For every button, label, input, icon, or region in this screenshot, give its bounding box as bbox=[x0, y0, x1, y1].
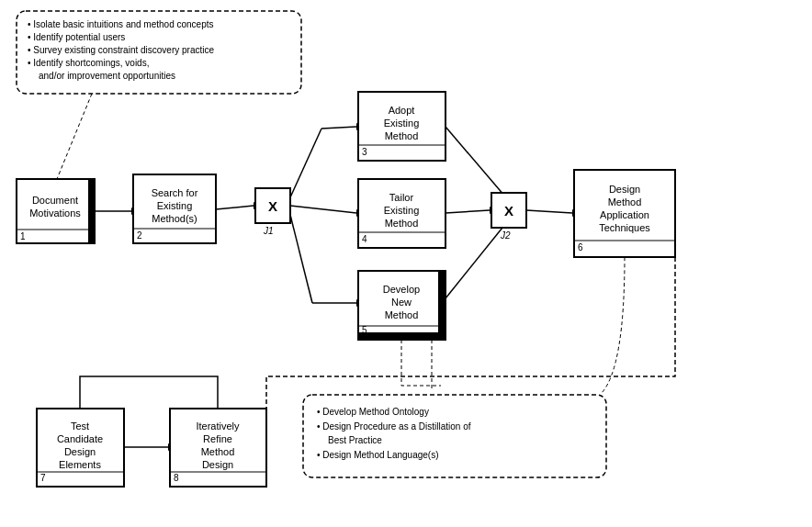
svg-text:Search for: Search for bbox=[152, 187, 198, 198]
svg-text:and/or improvement opportuniti: and/or improvement opportunities bbox=[39, 71, 175, 81]
svg-line-9 bbox=[216, 206, 254, 209]
svg-text:8: 8 bbox=[174, 473, 179, 483]
svg-rect-59 bbox=[358, 332, 445, 340]
process-diagram: • Isolate basic intuitions and method co… bbox=[0, 0, 812, 527]
svg-rect-58 bbox=[438, 271, 445, 340]
svg-text:New: New bbox=[391, 297, 412, 308]
svg-text:Techniques: Techniques bbox=[599, 222, 650, 233]
svg-text:Method: Method bbox=[385, 218, 419, 229]
svg-text:• Identify shortcomings, voids: • Identify shortcomings, voids, bbox=[28, 58, 149, 68]
svg-text:Develop: Develop bbox=[383, 284, 420, 295]
svg-text:X: X bbox=[504, 203, 513, 219]
svg-text:Iteratively: Iteratively bbox=[196, 420, 240, 432]
svg-text:Candidate: Candidate bbox=[57, 433, 103, 444]
svg-text:• Isolate basic intuitions and: • Isolate basic intuitions and method co… bbox=[28, 19, 214, 29]
svg-text:Design: Design bbox=[609, 184, 640, 195]
svg-text:Existing: Existing bbox=[384, 205, 420, 216]
svg-text:Elements: Elements bbox=[59, 459, 101, 470]
svg-text:Best Practice: Best Practice bbox=[328, 435, 382, 445]
svg-text:• Design Procedure as a Distil: • Design Procedure as a Distillation of bbox=[317, 421, 471, 432]
svg-text:Motivations: Motivations bbox=[29, 207, 81, 219]
svg-text:5: 5 bbox=[362, 325, 367, 335]
svg-text:Method(s): Method(s) bbox=[152, 213, 197, 224]
svg-text:Adopt: Adopt bbox=[389, 105, 415, 116]
svg-text:4: 4 bbox=[362, 234, 367, 244]
svg-line-21 bbox=[445, 210, 490, 213]
svg-text:X: X bbox=[268, 198, 277, 214]
svg-line-25 bbox=[526, 210, 572, 213]
svg-text:Method: Method bbox=[385, 309, 419, 320]
svg-text:• Survey existing constraint d: • Survey existing constraint discovery p… bbox=[28, 45, 214, 55]
svg-text:Document: Document bbox=[32, 195, 78, 206]
svg-text:Application: Application bbox=[600, 209, 649, 220]
svg-text:J2: J2 bbox=[500, 230, 511, 241]
svg-text:Test: Test bbox=[71, 420, 89, 432]
svg-rect-32 bbox=[88, 179, 95, 243]
svg-line-19 bbox=[445, 127, 510, 202]
svg-text:Method: Method bbox=[385, 130, 419, 141]
svg-text:Design: Design bbox=[202, 459, 233, 470]
svg-text:Method: Method bbox=[608, 196, 642, 207]
svg-line-6 bbox=[57, 94, 92, 179]
svg-line-12 bbox=[321, 127, 356, 129]
svg-text:• Design Method Language(s): • Design Method Language(s) bbox=[317, 450, 438, 460]
svg-text:Design: Design bbox=[64, 446, 96, 457]
svg-line-11 bbox=[290, 129, 321, 197]
svg-text:Existing: Existing bbox=[384, 118, 420, 129]
svg-text:3: 3 bbox=[362, 147, 367, 157]
svg-text:J1: J1 bbox=[263, 226, 274, 236]
svg-text:• Develop Method Ontology: • Develop Method Ontology bbox=[317, 407, 429, 417]
svg-text:2: 2 bbox=[137, 230, 142, 241]
svg-line-14 bbox=[290, 206, 356, 213]
svg-text:• Identify potential users: • Identify potential users bbox=[28, 32, 125, 42]
svg-text:7: 7 bbox=[40, 473, 46, 483]
svg-line-16 bbox=[290, 215, 312, 303]
svg-text:Existing: Existing bbox=[157, 200, 193, 211]
svg-text:Method: Method bbox=[201, 446, 235, 457]
svg-text:Tailor: Tailor bbox=[389, 192, 414, 203]
diagram-container: • Isolate basic intuitions and method co… bbox=[0, 0, 812, 527]
svg-text:6: 6 bbox=[578, 242, 583, 252]
svg-text:1: 1 bbox=[20, 231, 26, 241]
svg-text:Refine: Refine bbox=[203, 433, 232, 444]
